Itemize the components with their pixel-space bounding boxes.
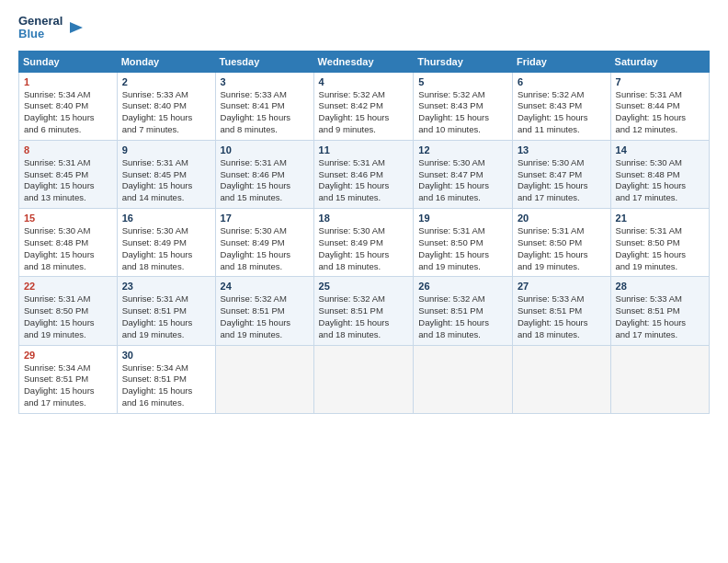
day-number: 7 [616, 76, 704, 87]
day-number: 3 [221, 76, 309, 87]
day-number: 17 [221, 213, 309, 224]
day-number: 27 [518, 281, 606, 292]
table-row: 12Sunrise: 5:30 AMSunset: 8:47 PMDayligh… [414, 140, 513, 208]
table-row [610, 345, 709, 413]
day-info: Sunrise: 5:31 AMSunset: 8:51 PMDaylight:… [122, 293, 193, 339]
day-info: Sunrise: 5:34 AMSunset: 8:51 PMDaylight:… [24, 362, 95, 408]
day-number: 4 [319, 76, 409, 87]
calendar-header-thursday: Thursday [414, 51, 513, 72]
table-row: 3Sunrise: 5:33 AMSunset: 8:41 PMDaylight… [215, 72, 313, 140]
table-row: 26Sunrise: 5:32 AMSunset: 8:51 PMDayligh… [414, 277, 513, 345]
table-row: 10Sunrise: 5:31 AMSunset: 8:46 PMDayligh… [215, 140, 313, 208]
day-number: 9 [122, 144, 210, 155]
day-info: Sunrise: 5:31 AMSunset: 8:50 PMDaylight:… [418, 225, 489, 270]
calendar-header-friday: Friday [512, 51, 610, 72]
table-row: 9Sunrise: 5:31 AMSunset: 8:45 PMDaylight… [117, 140, 215, 208]
day-info: Sunrise: 5:32 AMSunset: 8:42 PMDaylight:… [319, 89, 390, 134]
day-info: Sunrise: 5:32 AMSunset: 8:43 PMDaylight:… [518, 89, 588, 134]
day-info: Sunrise: 5:30 AMSunset: 8:49 PMDaylight:… [122, 225, 193, 270]
day-number: 16 [122, 213, 210, 224]
calendar-header-tuesday: Tuesday [215, 51, 313, 72]
table-row: 28Sunrise: 5:33 AMSunset: 8:51 PMDayligh… [610, 277, 709, 345]
day-number: 13 [518, 144, 606, 155]
table-row: 27Sunrise: 5:33 AMSunset: 8:51 PMDayligh… [512, 277, 610, 345]
table-row: 14Sunrise: 5:30 AMSunset: 8:48 PMDayligh… [610, 140, 709, 208]
day-info: Sunrise: 5:30 AMSunset: 8:47 PMDaylight:… [418, 157, 489, 202]
day-info: Sunrise: 5:30 AMSunset: 8:49 PMDaylight:… [319, 225, 390, 270]
table-row: 19Sunrise: 5:31 AMSunset: 8:50 PMDayligh… [414, 209, 513, 277]
day-info: Sunrise: 5:33 AMSunset: 8:51 PMDaylight:… [616, 293, 687, 339]
day-number: 18 [319, 213, 409, 224]
table-row: 22Sunrise: 5:31 AMSunset: 8:50 PMDayligh… [19, 277, 118, 345]
svg-marker-0 [70, 22, 83, 33]
day-number: 24 [221, 281, 309, 292]
calendar-header-sunday: Sunday [19, 51, 118, 72]
table-row [215, 345, 313, 413]
table-row: 11Sunrise: 5:31 AMSunset: 8:46 PMDayligh… [313, 140, 414, 208]
day-info: Sunrise: 5:32 AMSunset: 8:51 PMDaylight:… [221, 293, 291, 339]
day-info: Sunrise: 5:30 AMSunset: 8:48 PMDaylight:… [24, 225, 95, 270]
table-row [512, 345, 610, 413]
day-number: 5 [418, 76, 507, 87]
day-info: Sunrise: 5:32 AMSunset: 8:51 PMDaylight:… [418, 293, 489, 339]
day-number: 21 [616, 213, 704, 224]
day-number: 22 [24, 281, 112, 292]
table-row: 1Sunrise: 5:34 AMSunset: 8:40 PMDaylight… [19, 72, 118, 140]
day-info: Sunrise: 5:32 AMSunset: 8:43 PMDaylight:… [418, 89, 489, 134]
day-number: 26 [418, 281, 507, 292]
table-row: 21Sunrise: 5:31 AMSunset: 8:50 PMDayligh… [610, 209, 709, 277]
day-number: 6 [518, 76, 606, 87]
day-info: Sunrise: 5:32 AMSunset: 8:51 PMDaylight:… [319, 293, 390, 339]
table-row: 18Sunrise: 5:30 AMSunset: 8:49 PMDayligh… [313, 209, 414, 277]
day-number: 30 [122, 350, 210, 361]
table-row: 5Sunrise: 5:32 AMSunset: 8:43 PMDaylight… [414, 72, 513, 140]
day-number: 28 [616, 281, 704, 292]
day-info: Sunrise: 5:31 AMSunset: 8:50 PMDaylight:… [24, 293, 95, 339]
day-info: Sunrise: 5:31 AMSunset: 8:46 PMDaylight:… [319, 157, 390, 202]
day-info: Sunrise: 5:31 AMSunset: 8:46 PMDaylight:… [221, 157, 291, 202]
page-header: General Blue [18, 15, 710, 41]
day-number: 25 [319, 281, 409, 292]
table-row: 23Sunrise: 5:31 AMSunset: 8:51 PMDayligh… [117, 277, 215, 345]
day-number: 11 [319, 144, 409, 155]
table-row: 2Sunrise: 5:33 AMSunset: 8:40 PMDaylight… [117, 72, 215, 140]
table-row: 4Sunrise: 5:32 AMSunset: 8:42 PMDaylight… [313, 72, 414, 140]
calendar: SundayMondayTuesdayWednesdayThursdayFrid… [18, 51, 710, 414]
day-info: Sunrise: 5:33 AMSunset: 8:40 PMDaylight:… [122, 89, 193, 134]
calendar-header-wednesday: Wednesday [313, 51, 414, 72]
day-number: 8 [24, 144, 112, 155]
table-row: 24Sunrise: 5:32 AMSunset: 8:51 PMDayligh… [215, 277, 313, 345]
day-number: 10 [221, 144, 309, 155]
logo-line1: General [18, 15, 63, 28]
day-info: Sunrise: 5:30 AMSunset: 8:49 PMDaylight:… [221, 225, 291, 270]
day-info: Sunrise: 5:30 AMSunset: 8:48 PMDaylight:… [616, 157, 687, 202]
table-row: 13Sunrise: 5:30 AMSunset: 8:47 PMDayligh… [512, 140, 610, 208]
day-info: Sunrise: 5:34 AMSunset: 8:51 PMDaylight:… [122, 362, 193, 408]
table-row: 8Sunrise: 5:31 AMSunset: 8:45 PMDaylight… [19, 140, 118, 208]
table-row: 25Sunrise: 5:32 AMSunset: 8:51 PMDayligh… [313, 277, 414, 345]
table-row: 16Sunrise: 5:30 AMSunset: 8:49 PMDayligh… [117, 209, 215, 277]
day-info: Sunrise: 5:30 AMSunset: 8:47 PMDaylight:… [518, 157, 588, 202]
day-info: Sunrise: 5:33 AMSunset: 8:41 PMDaylight:… [221, 89, 291, 134]
table-row: 20Sunrise: 5:31 AMSunset: 8:50 PMDayligh… [512, 209, 610, 277]
day-info: Sunrise: 5:31 AMSunset: 8:50 PMDaylight:… [518, 225, 588, 270]
day-number: 12 [418, 144, 507, 155]
day-info: Sunrise: 5:31 AMSunset: 8:45 PMDaylight:… [24, 157, 95, 202]
day-info: Sunrise: 5:31 AMSunset: 8:50 PMDaylight:… [616, 225, 687, 270]
table-row: 29Sunrise: 5:34 AMSunset: 8:51 PMDayligh… [19, 345, 118, 413]
day-number: 14 [616, 144, 704, 155]
day-number: 19 [418, 213, 507, 224]
day-number: 20 [518, 213, 606, 224]
day-number: 23 [122, 281, 210, 292]
day-number: 1 [24, 76, 112, 87]
day-info: Sunrise: 5:33 AMSunset: 8:51 PMDaylight:… [518, 293, 588, 339]
calendar-header-saturday: Saturday [610, 51, 709, 72]
day-info: Sunrise: 5:31 AMSunset: 8:44 PMDaylight:… [616, 89, 687, 134]
day-info: Sunrise: 5:34 AMSunset: 8:40 PMDaylight:… [24, 89, 95, 134]
table-row: 7Sunrise: 5:31 AMSunset: 8:44 PMDaylight… [610, 72, 709, 140]
day-info: Sunrise: 5:31 AMSunset: 8:45 PMDaylight:… [122, 157, 193, 202]
table-row [313, 345, 414, 413]
day-number: 29 [24, 350, 112, 361]
day-number: 15 [24, 213, 112, 224]
table-row: 17Sunrise: 5:30 AMSunset: 8:49 PMDayligh… [215, 209, 313, 277]
